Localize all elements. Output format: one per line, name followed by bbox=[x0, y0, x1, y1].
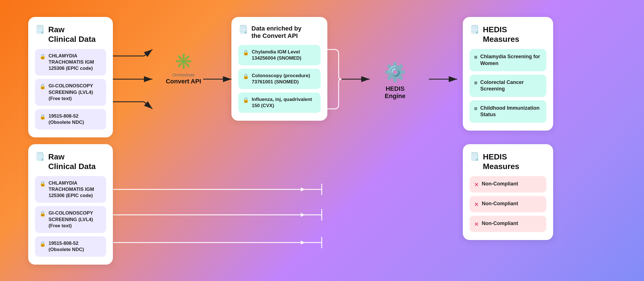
upper-left-raw-card: 🗒️ Raw Clinical Data 🔒 CHLAMYDIA TRACHOM… bbox=[28, 17, 113, 137]
enriched-item: 🔒 Influenza, inj, quadrivalent 150 (CVX) bbox=[238, 92, 321, 113]
lower-right-title: HEDIS Measures bbox=[483, 152, 519, 171]
lock-icon: 🔒 bbox=[40, 114, 46, 120]
document-icon: 🗒️ bbox=[470, 25, 479, 33]
raw-item: 🔒 19515-808-52 (Obsolete NDC) bbox=[35, 236, 106, 257]
document-icon: 🗒️ bbox=[35, 153, 45, 161]
enriched-data-card: 🗒️ Data enriched by the Convert API 🔒 Ch… bbox=[231, 17, 327, 121]
card-title-row: 🗒️ Raw Clinical Data bbox=[35, 152, 106, 171]
document-icon: 🗒️ bbox=[470, 153, 479, 161]
lock-icon: 🔒 bbox=[243, 97, 249, 103]
hedis-measure-text: Childhood Immunization Status bbox=[480, 105, 542, 118]
enriched-item-text: Colonoscopy (procedure) 73761001 (SNOMED… bbox=[252, 73, 316, 85]
raw-item-text: CHLAMYDIA TRACHOMATIS IGM 125306 (EPIC c… bbox=[49, 180, 102, 199]
lock-icon: 🔒 bbox=[243, 49, 249, 56]
hedis-measure-item: ≡ Childhood Immunization Status bbox=[470, 100, 546, 123]
lower-right-hedis-card: 🗒️ HEDIS Measures ✕ Non-Compliant ✕ Non-… bbox=[463, 144, 553, 240]
raw-item: 🔒 19515-808-52 (Obsolete NDC) bbox=[35, 109, 106, 129]
hedis-noncompliant-item: ✕ Non-Compliant bbox=[470, 196, 546, 212]
card-title-row: 🗒️ Data enriched by the Convert API bbox=[238, 25, 321, 40]
card-title-row: 🗒️ Raw Clinical Data bbox=[35, 25, 106, 44]
upper-right-hedis-card: 🗒️ HEDIS Measures ≡ Chlamydia Screening … bbox=[463, 17, 553, 131]
hedis-measure-item: ≡ Colorectal Cancer Screening bbox=[470, 75, 546, 97]
raw-item: 🔒 CHLAMYDIA TRACHOMATIS IGM 125306 (EPIC… bbox=[35, 176, 106, 203]
hedis-engine-box: ⚙️ HEDIS Engine bbox=[373, 62, 418, 100]
raw-item: 🔒 GI-COLONOSCOPY SCREENING (LVL4) (Free … bbox=[35, 79, 106, 105]
hedis-noncompliant-text: Non-Compliant bbox=[482, 220, 518, 227]
hedis-measure-item: ≡ Chlamydia Screening for Women bbox=[470, 49, 546, 71]
raw-item-text: CHLAMYDIA TRACHOMATIS IGM 125306 (EPIC c… bbox=[49, 53, 102, 72]
raw-item: 🔒 CHLAMYDIA TRACHOMATIS IGM 125306 (EPIC… bbox=[35, 49, 106, 75]
list-icon: ≡ bbox=[474, 54, 477, 60]
enriched-item-text: Chylamdia IGM Level 134256004 (SNOMED) bbox=[252, 49, 316, 61]
card-title-row: 🗒️ HEDIS Measures bbox=[470, 25, 546, 44]
lock-icon: 🔒 bbox=[243, 73, 249, 79]
enriched-title: Data enriched by the Convert API bbox=[251, 25, 301, 40]
enriched-item: 🔒 Colonoscopy (procedure) 73761001 (SNOM… bbox=[238, 69, 321, 89]
hedis-noncompliant-text: Non-Compliant bbox=[482, 200, 518, 207]
lock-icon: 🔒 bbox=[40, 83, 46, 90]
lower-left-title: Raw Clinical Data bbox=[48, 152, 96, 171]
hedis-engine-title: HEDIS Engine bbox=[385, 85, 405, 100]
svg-marker-1 bbox=[301, 187, 305, 191]
hedis-measure-text: Colorectal Cancer Screening bbox=[480, 79, 542, 92]
hedis-engine-icon: ⚙️ bbox=[384, 62, 406, 83]
list-icon: ≡ bbox=[474, 80, 477, 86]
lower-left-raw-card: 🗒️ Raw Clinical Data 🔒 CHLAMYDIA TRACHOM… bbox=[28, 144, 113, 265]
enriched-item: 🔒 Chylamdia IGM Level 134256004 (SNOMED) bbox=[238, 45, 321, 65]
card-title-row: 🗒️ HEDIS Measures bbox=[470, 152, 546, 171]
enriched-item-text: Influenza, inj, quadrivalent 150 (CVX) bbox=[252, 96, 316, 109]
list-icon: ≡ bbox=[474, 105, 477, 112]
document-icon: 🗒️ bbox=[238, 25, 248, 33]
raw-item-text: GI-COLONOSCOPY SCREENING (LVL4) (Free te… bbox=[49, 210, 102, 229]
hedis-noncompliant-item: ✕ Non-Compliant bbox=[470, 176, 546, 193]
lock-icon: 🔒 bbox=[40, 181, 46, 187]
lock-icon: 🔒 bbox=[40, 211, 46, 217]
convert-api-box: ✳️ Orchestrate Convert API bbox=[158, 52, 209, 85]
document-icon: 🗒️ bbox=[35, 25, 45, 33]
lock-icon: 🔒 bbox=[40, 241, 46, 247]
convert-api-brand: Orchestrate bbox=[172, 72, 194, 77]
x-icon: ✕ bbox=[474, 181, 479, 188]
convert-api-icon: ✳️ bbox=[174, 52, 193, 70]
upper-right-title: HEDIS Measures bbox=[483, 25, 519, 44]
x-icon: ✕ bbox=[474, 221, 479, 228]
raw-item: 🔒 GI-COLONOSCOPY SCREENING (LVL4) (Free … bbox=[35, 206, 106, 233]
raw-item-text: GI-COLONOSCOPY SCREENING (LVL4) (Free te… bbox=[49, 83, 102, 101]
hedis-noncompliant-text: Non-Compliant bbox=[482, 181, 518, 187]
upper-left-title: Raw Clinical Data bbox=[48, 25, 96, 44]
convert-api-title: Convert API bbox=[166, 78, 201, 85]
hedis-noncompliant-item: ✕ Non-Compliant bbox=[470, 216, 546, 232]
raw-item-text: 19515-808-52 (Obsolete NDC) bbox=[49, 240, 102, 253]
hedis-measure-text: Chlamydia Screening for Women bbox=[480, 53, 542, 67]
raw-item-text: 19515-808-52 (Obsolete NDC) bbox=[49, 113, 102, 126]
svg-marker-5 bbox=[301, 213, 305, 217]
x-icon: ✕ bbox=[474, 201, 479, 208]
lock-icon: 🔒 bbox=[40, 53, 46, 60]
svg-marker-9 bbox=[301, 241, 305, 245]
page: 🗒️ Raw Clinical Data 🔒 CHLAMYDIA TRACHOM… bbox=[0, 0, 644, 281]
